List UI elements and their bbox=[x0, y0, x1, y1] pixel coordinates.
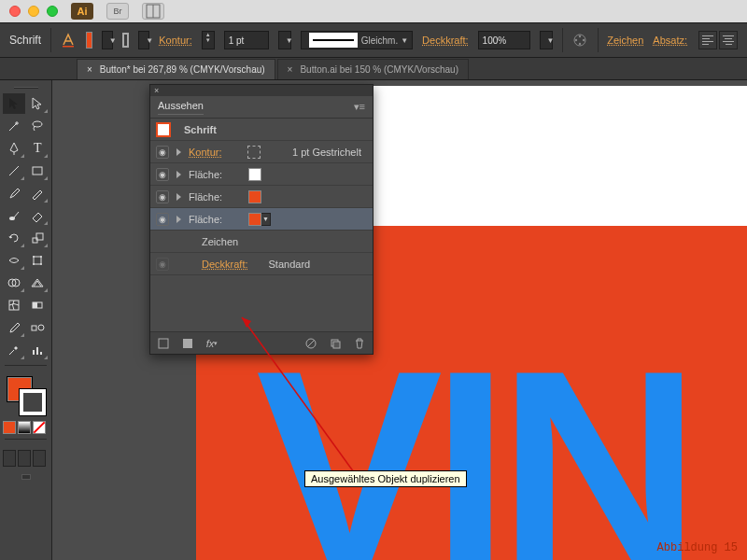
stroke-swatch[interactable] bbox=[122, 33, 129, 48]
close-tab-icon[interactable]: × bbox=[288, 64, 293, 75]
visibility-toggle-icon[interactable]: ◉ bbox=[156, 213, 169, 226]
stroke-color-icon[interactable] bbox=[20, 389, 46, 415]
opacity-panel-link[interactable]: Deckkraft: bbox=[422, 35, 469, 46]
canvas-area[interactable]: VIN Abbildung 15 × Aussehen ▾≡ Schrift ◉ bbox=[52, 80, 747, 560]
new-fill-button[interactable] bbox=[180, 336, 195, 351]
panel-menu-icon[interactable]: ▾≡ bbox=[354, 101, 365, 113]
eyedropper-tool[interactable] bbox=[3, 317, 25, 338]
magic-wand-tool[interactable] bbox=[3, 116, 25, 136]
disclosure-triangle-icon[interactable] bbox=[176, 216, 181, 223]
fill-swatch-dropdown[interactable]: ▼ bbox=[261, 213, 271, 226]
visibility-toggle-icon[interactable]: ◉ bbox=[156, 146, 169, 159]
visibility-toggle-icon[interactable]: ◉ bbox=[156, 168, 169, 181]
none-mode-button[interactable] bbox=[33, 421, 46, 434]
stroke-row-label[interactable]: Kontur: bbox=[189, 147, 221, 158]
blend-tool[interactable] bbox=[27, 317, 49, 338]
stroke-panel-link[interactable]: Kontur: bbox=[159, 35, 191, 46]
lasso-tool[interactable] bbox=[27, 116, 49, 136]
draw-normal-button[interactable] bbox=[3, 450, 16, 467]
stroke-profile-dropdown[interactable]: Gleichm. ▼ bbox=[301, 31, 413, 49]
traffic-light-close[interactable] bbox=[9, 6, 21, 17]
artwork-text: VIN bbox=[256, 357, 689, 560]
type-tool[interactable]: T bbox=[27, 138, 49, 159]
panel-title[interactable]: Aussehen bbox=[158, 100, 204, 115]
opacity-input[interactable] bbox=[478, 31, 530, 49]
blob-brush-tool[interactable] bbox=[3, 205, 25, 226]
eraser-tool[interactable] bbox=[27, 205, 49, 226]
free-transform-tool[interactable] bbox=[27, 250, 49, 271]
stroke-swatch-icon[interactable] bbox=[247, 146, 261, 159]
appearance-target-row[interactable]: Schrift bbox=[150, 119, 373, 141]
line-segment-tool[interactable] bbox=[3, 161, 25, 181]
align-center-button[interactable] bbox=[719, 31, 738, 49]
shape-builder-tool[interactable] bbox=[3, 273, 25, 293]
appearance-fill-row-selected[interactable]: ◉ Fläche: ▼ bbox=[150, 208, 373, 231]
fill-swatch-icon[interactable] bbox=[248, 168, 261, 181]
selection-tool[interactable] bbox=[3, 93, 25, 114]
add-effect-button[interactable]: fx▾ bbox=[204, 336, 219, 351]
disclosure-triangle-icon[interactable] bbox=[176, 193, 181, 201]
perspective-grid-tool[interactable] bbox=[27, 273, 49, 293]
column-graph-tool[interactable] bbox=[27, 340, 49, 360]
appearance-fill-row[interactable]: ◉ Fläche: bbox=[150, 186, 373, 208]
macos-titlebar: Ai Br bbox=[0, 0, 747, 22]
fill-swatch-icon[interactable] bbox=[248, 190, 261, 203]
visibility-toggle-icon[interactable]: ◉ bbox=[156, 190, 169, 203]
disclosure-triangle-icon[interactable] bbox=[176, 171, 181, 178]
stroke-weight-input[interactable] bbox=[224, 31, 269, 49]
delete-item-button[interactable] bbox=[352, 336, 367, 351]
gradient-tool[interactable] bbox=[27, 295, 49, 315]
align-left-button[interactable] bbox=[698, 31, 717, 49]
rotate-tool[interactable] bbox=[3, 228, 25, 248]
gradient-mode-button[interactable] bbox=[18, 421, 31, 434]
paragraph-panel-link[interactable]: Absatz: bbox=[653, 35, 687, 46]
pen-tool[interactable] bbox=[3, 138, 25, 159]
panel-grip-icon[interactable] bbox=[3, 84, 49, 91]
new-stroke-button[interactable] bbox=[156, 336, 171, 351]
draw-inside-button[interactable] bbox=[33, 450, 46, 467]
panel-close-icon[interactable]: × bbox=[154, 86, 159, 95]
fill-swatch[interactable] bbox=[86, 32, 92, 49]
appearance-stroke-row[interactable]: ◉ Kontur: 1 pt Gestrichelt bbox=[150, 141, 373, 163]
arrange-documents-button[interactable] bbox=[142, 3, 164, 20]
clear-appearance-button[interactable] bbox=[303, 336, 318, 351]
stroke-swatch-dropdown[interactable]: ▼ bbox=[138, 31, 149, 49]
draw-behind-button[interactable] bbox=[18, 450, 31, 467]
close-tab-icon[interactable]: × bbox=[87, 64, 92, 75]
panel-footer: fx▾ bbox=[150, 331, 373, 354]
opacity-row-label[interactable]: Deckkraft: bbox=[202, 259, 248, 270]
svg-point-16 bbox=[40, 256, 42, 258]
recolor-artwork-button[interactable] bbox=[571, 32, 588, 49]
mesh-tool[interactable] bbox=[3, 295, 25, 315]
document-tab-inactive[interactable]: × Button.ai bei 150 % (CMYK/Vorschau) bbox=[277, 59, 469, 79]
svg-rect-24 bbox=[32, 326, 36, 330]
duplicate-item-button[interactable] bbox=[328, 336, 343, 351]
screen-mode-button[interactable] bbox=[21, 474, 31, 480]
appearance-characters-row[interactable]: Zeichen bbox=[150, 231, 373, 253]
visibility-toggle-icon[interactable]: ◉ bbox=[156, 258, 169, 271]
appearance-opacity-row[interactable]: ◉ Deckkraft: Standard bbox=[150, 253, 373, 275]
color-mode-button[interactable] bbox=[3, 421, 16, 434]
document-tab-active[interactable]: × Button* bei 267,89 % (CMYK/Vorschau) bbox=[77, 59, 275, 79]
width-tool[interactable] bbox=[3, 250, 25, 271]
fill-stroke-indicator[interactable] bbox=[3, 374, 48, 415]
character-panel-link[interactable]: Zeichen bbox=[607, 35, 643, 46]
pencil-tool[interactable] bbox=[27, 183, 49, 203]
direct-selection-tool[interactable] bbox=[27, 93, 49, 114]
stroke-row-value: 1 pt Gestrichelt bbox=[292, 147, 361, 158]
fill-swatch-icon[interactable] bbox=[248, 213, 261, 226]
opacity-dropdown[interactable]: ▼ bbox=[540, 31, 553, 49]
stroke-weight-stepper[interactable]: ▲▼ bbox=[202, 31, 215, 49]
symbol-sprayer-tool[interactable] bbox=[3, 340, 25, 360]
disclosure-triangle-icon[interactable] bbox=[176, 148, 181, 156]
traffic-light-zoom[interactable] bbox=[47, 6, 58, 17]
appearance-fill-row[interactable]: ◉ Fläche: bbox=[150, 163, 373, 186]
fill-swatch-dropdown[interactable]: ▼ bbox=[102, 31, 113, 49]
paintbrush-tool[interactable] bbox=[3, 183, 25, 203]
stroke-weight-dropdown[interactable]: ▼ bbox=[278, 31, 291, 49]
bridge-button[interactable]: Br bbox=[106, 3, 129, 20]
panel-tab-bar[interactable]: × bbox=[150, 85, 373, 96]
rectangle-tool[interactable] bbox=[27, 161, 49, 181]
traffic-light-minimize[interactable] bbox=[28, 6, 39, 17]
scale-tool[interactable] bbox=[27, 228, 49, 248]
